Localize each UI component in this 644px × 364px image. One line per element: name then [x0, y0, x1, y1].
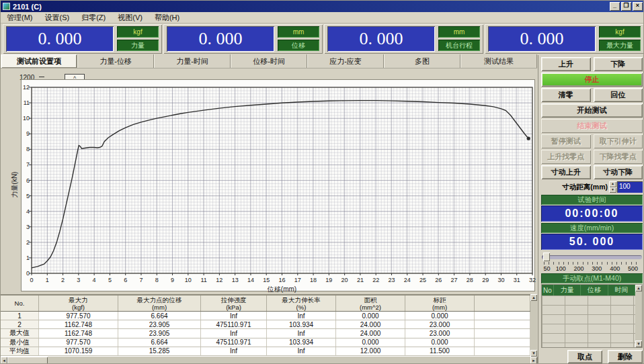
- results-cell: 0.000: [405, 338, 475, 347]
- x-tick-label: 23: [385, 277, 398, 283]
- menu-item-3[interactable]: 视图(V): [112, 12, 149, 24]
- speed-slider-thumb[interactable]: [543, 253, 550, 261]
- app-window: 2101 (C) _ ❐ × 管理(M)设置(S)归零(Z)视图(V)帮助(H)…: [0, 0, 644, 364]
- menu-item-0[interactable]: 管理(M): [1, 12, 39, 24]
- take-point-button[interactable]: 取点: [567, 350, 602, 363]
- display-group-2: 0. 000mm机台行程: [324, 24, 483, 54]
- up-find-zero-button[interactable]: 上升找零点: [541, 150, 591, 164]
- spinner-down-icon[interactable]: ▼: [609, 187, 616, 193]
- results-column-title: 最大力伸长率: [282, 296, 321, 304]
- display-label-badge: 力量: [117, 40, 159, 51]
- x-tick-label: 27: [448, 277, 461, 283]
- tab-1[interactable]: 力量-位移: [77, 54, 154, 68]
- spinner-up-icon[interactable]: ▲: [609, 181, 616, 187]
- delete-point-button[interactable]: 删除: [608, 350, 643, 363]
- results-cell: 15.285: [118, 347, 201, 355]
- jog-distance-stepper[interactable]: ▲ ▼: [609, 181, 616, 193]
- close-icon[interactable]: ×: [633, 2, 643, 11]
- x-tick-label: 28: [463, 277, 477, 283]
- jog-distance-label: 寸动距离(mm): [541, 183, 609, 192]
- results-column-unit: (kgf): [72, 304, 85, 311]
- results-cell: 1070.159: [39, 347, 118, 355]
- results-cell-blank: [475, 329, 530, 337]
- speed-slider-track[interactable]: [542, 255, 642, 259]
- hscroll-thumb[interactable]: [7, 357, 48, 364]
- return-button[interactable]: 回位: [594, 88, 643, 102]
- down-find-zero-button[interactable]: 下降找零点: [594, 150, 643, 164]
- start-test-button[interactable]: 开始测试: [541, 103, 643, 118]
- x-tick-label: 9: [166, 277, 179, 283]
- manual-points-scrollbar[interactable]: ▲ ▼: [635, 285, 642, 347]
- tab-3[interactable]: 位移-时间: [231, 54, 307, 68]
- results-cell: 1162.748: [39, 320, 118, 328]
- end-test-button[interactable]: 结束测试: [541, 119, 643, 133]
- y-tick-label: 5: [20, 193, 30, 199]
- jog-down-button[interactable]: 寸动下降: [594, 165, 643, 179]
- menu-item-1[interactable]: 设置(S): [39, 12, 76, 24]
- pause-test-button[interactable]: 暂停测试: [541, 134, 591, 148]
- tab-6[interactable]: 测试结果: [460, 54, 537, 68]
- remove-extensometer-button[interactable]: 取下引伸计: [594, 134, 643, 148]
- scroll-left-icon[interactable]: ◄: [1, 357, 7, 364]
- results-horizontal-scrollbar[interactable]: ◄ ►: [1, 357, 537, 364]
- x-tick-label: 31: [510, 277, 524, 283]
- points-column-2: 位移: [581, 285, 608, 295]
- results-cell: 1: [1, 312, 39, 320]
- down-button[interactable]: 下降: [594, 57, 643, 71]
- manual-points-table-body[interactable]: [542, 295, 635, 347]
- scroll-down-icon[interactable]: ▼: [530, 350, 537, 357]
- results-vertical-scrollbar[interactable]: ▲ ▼: [530, 294, 537, 357]
- minimize-icon[interactable]: _: [610, 2, 620, 11]
- results-cell: 1162.748: [39, 329, 118, 337]
- force-displacement-plot: [32, 87, 532, 273]
- scroll-down-icon[interactable]: ▼: [635, 340, 642, 347]
- results-column-unit: (%): [296, 304, 307, 311]
- x-tick-label: 8: [150, 277, 163, 283]
- clear-zero-button[interactable]: 清零: [541, 88, 591, 102]
- points-column-3: 时间: [608, 285, 635, 295]
- display-value: 0. 000: [488, 26, 596, 52]
- results-cell: 23.905: [118, 329, 201, 337]
- menu-item-2[interactable]: 归零(Z): [75, 12, 112, 24]
- test-time-display: 00:00:00: [541, 206, 643, 222]
- menu-item-4[interactable]: 帮助(H): [149, 12, 186, 24]
- scroll-up-icon[interactable]: ▲: [635, 285, 642, 291]
- results-header-cell-0: No.: [1, 295, 39, 311]
- speed-scale-label-2: 200: [570, 265, 588, 272]
- speed-header: 速度(mm/min): [541, 223, 643, 233]
- x-tick-label: 25: [416, 277, 430, 283]
- tab-2[interactable]: 力量-时间: [154, 54, 231, 68]
- restore-icon[interactable]: ❐: [621, 2, 631, 11]
- x-tick-label: 22: [369, 277, 383, 283]
- jog-up-button[interactable]: 寸动上升: [541, 165, 591, 179]
- results-column-title: 最大力: [69, 296, 88, 304]
- tab-0[interactable]: 测试前设置项: [1, 54, 77, 68]
- chart-svg: [32, 87, 532, 273]
- x-tick-label: 20: [338, 277, 352, 283]
- speed-slider[interactable]: [542, 252, 642, 261]
- jog-distance-field[interactable]: 100: [617, 181, 643, 193]
- stop-button[interactable]: 停止: [541, 73, 643, 87]
- results-cell: 23.000: [405, 329, 475, 337]
- up-button[interactable]: 上升: [541, 57, 591, 71]
- results-cell: 0.000: [405, 312, 475, 320]
- y-tick-label: 6: [20, 177, 30, 184]
- chart-panel: 0123456789101112012345678910111213141516…: [21, 79, 535, 291]
- tab-5[interactable]: 多图: [384, 54, 460, 68]
- x-tick-label: 32: [526, 277, 539, 283]
- tab-4[interactable]: 应力-应变: [307, 54, 384, 68]
- x-tick-label: 12: [212, 277, 226, 283]
- scroll-up-icon[interactable]: ▲: [530, 294, 537, 301]
- scroll-right-icon[interactable]: ►: [530, 357, 537, 364]
- x-tick-label: 14: [244, 277, 257, 283]
- x-tick-label: 29: [479, 277, 492, 283]
- results-cell: 最小值: [1, 338, 39, 347]
- results-cell: 最大值: [1, 329, 39, 337]
- display-label-badge: 机台行程: [438, 40, 480, 51]
- results-cell: 平均值: [1, 347, 39, 355]
- y-tick-label: 2: [20, 239, 30, 246]
- x-tick-label: 19: [322, 277, 335, 283]
- menu-bar: 管理(M)设置(S)归零(Z)视图(V)帮助(H): [1, 12, 644, 24]
- y-tick-label: 8: [20, 146, 30, 152]
- table-row: 最大值1162.74823.905InfInf24.00023.000: [1, 329, 530, 338]
